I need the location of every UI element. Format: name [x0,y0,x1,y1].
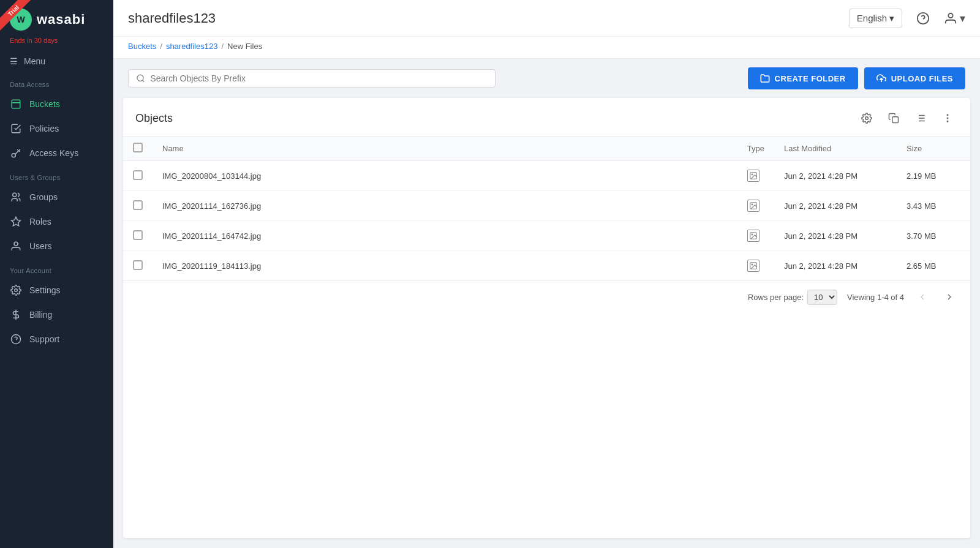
more-options-button[interactable] [937,108,958,129]
sidebar-logo-area: Trial W wasabi [0,0,113,37]
svg-point-4 [15,289,18,292]
row-size: 2.65 MB [897,251,970,281]
table-row: IMG_20200804_103144.jpg Jun 2, 2021 4:28… [123,161,970,191]
objects-actions [856,108,958,129]
roles-icon [10,216,22,228]
last-modified-column-header: Last Modified [774,137,897,161]
svg-point-32 [752,264,753,265]
objects-panel: Objects [123,98,970,538]
settings-columns-button[interactable] [856,108,877,129]
sidebar-item-buckets[interactable]: Buckets [0,92,113,116]
image-type-icon [747,200,760,212]
search-input[interactable] [150,73,488,83]
support-icon [10,333,22,345]
breadcrumb-bucket-name[interactable]: sharedfiles123 [166,42,218,51]
breadcrumb-buckets[interactable]: Buckets [128,42,156,51]
list-view-button[interactable] [910,108,931,129]
upload-icon [876,73,886,83]
sidebar-item-policies[interactable]: Policies [0,116,113,141]
table-row: IMG_20201114_162736.jpg Jun 2, 2021 4:28… [123,191,970,221]
groups-icon [10,191,22,203]
row-checkbox-cell[interactable] [123,251,153,281]
next-page-button[interactable] [941,288,958,306]
pagination-bar: Rows per page: 10 25 50 Viewing 1-4 of 4 [123,280,970,313]
svg-line-12 [143,80,145,82]
row-checkbox[interactable] [133,200,143,210]
type-column-header: Type [737,137,774,161]
image-type-icon [747,230,760,242]
data-access-section-label: Data Access [0,72,113,92]
table-row: IMG_20201114_164742.jpg Jun 2, 2021 4:28… [123,221,970,251]
rows-per-page-select[interactable]: 10 25 50 [807,290,837,305]
search-bar[interactable] [128,69,496,88]
prev-page-button[interactable] [914,288,931,306]
select-all-header[interactable] [123,137,153,161]
name-column-header: Name [153,137,737,161]
user-menu-button[interactable]: ▾ [944,12,965,25]
table-row: IMG_20201119_184113.jpg Jun 2, 2021 4:28… [123,251,970,281]
size-column-header: Size [897,137,970,161]
create-folder-button[interactable]: CREATE FOLDER [748,67,858,89]
row-checkbox-cell[interactable] [123,161,153,191]
main-content: sharedfiles123 English ▾ ▾ Buckets / sha… [113,0,980,548]
billing-icon [10,309,22,321]
sidebar-item-roles[interactable]: Roles [0,209,113,234]
row-checkbox[interactable] [133,170,143,180]
sidebar-item-label-settings: Settings [29,285,61,295]
menu-label: Menu [24,56,45,66]
your-account-section-label: Your Account [0,258,113,278]
svg-rect-15 [892,117,899,123]
svg-point-22 [947,114,948,116]
copy-button[interactable] [883,108,904,129]
sidebar-item-groups[interactable]: Groups [0,185,113,209]
svg-point-10 [948,13,952,17]
objects-title: Objects [135,112,173,125]
row-name: IMG_20200804_103144.jpg [153,161,737,191]
menu-button[interactable]: ☰ Menu [0,50,113,72]
language-selector[interactable]: English ▾ [849,9,902,28]
select-all-checkbox[interactable] [133,143,143,152]
row-last-modified: Jun 2, 2021 4:28 PM [774,221,897,251]
sidebar-item-access-keys[interactable]: Access Keys [0,141,113,165]
sidebar-item-support[interactable]: Support [0,327,113,351]
row-type [737,251,774,281]
row-size: 3.70 MB [897,221,970,251]
objects-table: Name Type Last Modified Size IMG_2020080… [123,137,970,280]
row-type [737,191,774,221]
sidebar-item-billing[interactable]: Billing [0,302,113,327]
sidebar: Trial W wasabi Ends in 30 days ☰ Menu Da… [0,0,113,548]
sidebar-item-label-billing: Billing [29,310,52,320]
row-checkbox-cell[interactable] [123,221,153,251]
row-size: 3.43 MB [897,191,970,221]
objects-header: Objects [123,98,970,137]
row-checkbox-cell[interactable] [123,191,153,221]
upload-files-label: UPLOAD FILES [891,74,953,83]
help-button[interactable] [912,7,934,29]
trial-badge: Trial [0,0,34,31]
row-size: 2.19 MB [897,161,970,191]
row-type [737,221,774,251]
sidebar-item-label-access-keys: Access Keys [29,148,78,158]
chevron-right-icon [944,292,954,302]
chevron-left-icon [918,292,927,302]
hamburger-icon: ☰ [10,56,18,66]
svg-point-30 [752,234,753,235]
sidebar-item-settings[interactable]: Settings [0,278,113,302]
row-checkbox[interactable] [133,260,143,270]
toolbar-buttons: CREATE FOLDER UPLOAD FILES [748,67,965,89]
page-title: sharedfiles123 [128,10,216,26]
create-folder-label: CREATE FOLDER [775,74,846,83]
buckets-icon [10,98,22,110]
rows-per-page: Rows per page: 10 25 50 [748,290,837,305]
viewing-label: Viewing 1-4 of 4 [847,293,904,302]
language-label: English [857,13,887,23]
sidebar-item-users[interactable]: Users [0,234,113,258]
row-checkbox[interactable] [133,230,143,240]
user-dropdown-icon: ▾ [960,12,965,25]
svg-point-3 [14,242,18,246]
svg-point-28 [752,204,753,205]
row-last-modified: Jun 2, 2021 4:28 PM [774,251,897,281]
trial-text: Ends in 30 days [0,37,113,50]
sidebar-item-label-users: Users [29,241,52,251]
upload-files-button[interactable]: UPLOAD FILES [864,67,965,89]
